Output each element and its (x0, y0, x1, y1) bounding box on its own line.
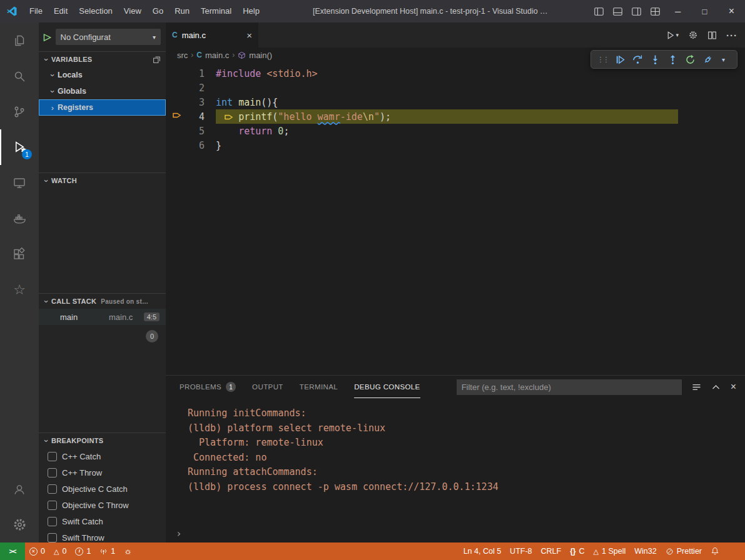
gear-button[interactable] (688, 30, 698, 40)
breakpoint-checkbox[interactable] (48, 484, 57, 494)
code-line-6: 6} (166, 138, 745, 152)
panel-tab-debug-console[interactable]: DEBUG CONSOLE (354, 376, 420, 398)
breakpoint-swift-throw[interactable]: Swift Throw (39, 529, 166, 542)
menu-help[interactable]: Help (237, 0, 265, 22)
panel-tab-problems[interactable]: PROBLEMS1 (180, 376, 236, 398)
activity-manage-gear[interactable] (0, 507, 39, 542)
panel-tab-terminal[interactable]: TERMINAL (300, 376, 338, 398)
breakpoint-checkbox[interactable] (48, 468, 57, 478)
debug-restart-button[interactable] (682, 51, 699, 68)
activity-search[interactable] (0, 58, 39, 94)
more-actions-button[interactable]: ··· (726, 30, 737, 41)
breakpoint-swift-catch[interactable]: Swift Catch (39, 513, 166, 529)
debug-session-dropdown[interactable]: ▾ (717, 51, 734, 68)
status-eol[interactable]: CRLF (537, 542, 566, 560)
stack-frame[interactable]: mainmain.c4:5 (39, 309, 166, 325)
breakpoint-objective-c-catch[interactable]: Objective C Catch (39, 481, 166, 497)
menu-bars-button[interactable] (692, 383, 701, 391)
activity-run-and-debug[interactable]: 1 (0, 129, 39, 165)
debug-console-input[interactable] (187, 529, 732, 539)
status-remote-indicator[interactable]: >< (0, 542, 25, 560)
status-cursor-position[interactable]: Ln 4, Col 5 (459, 542, 505, 560)
run-button[interactable]: ▾ (666, 31, 679, 40)
breadcrumb-item-main[interactable]: main() (238, 51, 272, 60)
menu-view[interactable]: View (118, 0, 147, 22)
breadcrumb-item-src[interactable]: src (177, 51, 188, 60)
layout-secondary-button[interactable] (627, 0, 646, 22)
activity-source-control[interactable] (0, 94, 39, 129)
code-area[interactable]: 1#include <stdio.h>23int main(){4 printf… (166, 62, 745, 152)
breakpoint-checkbox[interactable] (48, 452, 57, 461)
console-line: Running attachCommands: (188, 465, 745, 480)
breakpoint-c-catch[interactable]: C++ Catch (39, 448, 166, 464)
call-stack-header[interactable]: › CALL STACK Paused on st… (39, 294, 166, 309)
tab-main-c[interactable]: C main.c × (166, 22, 258, 48)
layout-sidebar-button[interactable] (589, 0, 608, 22)
collapse-all-icon[interactable] (153, 56, 161, 64)
breakpoint-objective-c-throw[interactable]: Objective C Throw (39, 497, 166, 513)
layout-panel-button[interactable] (608, 0, 627, 22)
breakpoint-gutter[interactable] (166, 95, 188, 109)
chevron-up-button[interactable] (712, 384, 720, 390)
status-spell-checker[interactable]: △1 Spell (589, 542, 631, 560)
menu-run[interactable]: Run (169, 0, 195, 22)
status-platform[interactable]: Win32 (630, 542, 661, 560)
activity-explorer[interactable] (0, 22, 39, 58)
activity-accounts[interactable] (0, 471, 39, 507)
breakpoint-gutter[interactable] (166, 66, 188, 81)
menu-go[interactable]: Go (147, 0, 169, 22)
debug-step-into-button[interactable] (647, 51, 664, 68)
debug-disconnect-button[interactable] (699, 51, 716, 68)
menu-terminal[interactable]: Terminal (195, 0, 237, 22)
tab-close-icon[interactable]: × (246, 30, 252, 41)
status-errors[interactable]: ×0 (25, 542, 49, 560)
variables-header[interactable]: › VARIABLES (39, 52, 166, 67)
window-close-button[interactable]: × (718, 0, 745, 22)
menu-selection[interactable]: Selection (73, 0, 118, 22)
activity-docker[interactable] (0, 201, 39, 236)
layout-grid-button[interactable] (646, 0, 664, 22)
breakpoint-gutter[interactable] (166, 138, 188, 152)
activity-remote-explorer[interactable] (0, 165, 39, 201)
variables-item-locals[interactable]: ›Locals (39, 67, 166, 83)
status-warnings[interactable]: △0 (49, 542, 71, 560)
console-filter-input[interactable] (457, 379, 682, 395)
menu-edit[interactable]: Edit (48, 0, 73, 22)
menu-file[interactable]: File (24, 0, 48, 22)
watch-header[interactable]: › WATCH (39, 173, 166, 188)
maximize-button[interactable]: □ (691, 0, 718, 22)
status-infos[interactable]: i1 (71, 542, 95, 560)
debug-step-over-button[interactable] (629, 51, 646, 68)
breakpoint-checkbox[interactable] (48, 517, 57, 526)
status-notifications[interactable] (706, 542, 724, 560)
breakpoint-gutter[interactable] (166, 124, 188, 138)
variables-item-globals[interactable]: ›Globals (39, 83, 166, 99)
variables-tree: ›Locals›Globals›Registers (39, 67, 166, 116)
breakpoints-header[interactable]: › BREAKPOINTS (39, 433, 166, 448)
debug-config-select[interactable]: No Configurat ▾ (56, 29, 161, 45)
status-debug-status[interactable] (119, 542, 136, 560)
breakpoint-gutter[interactable] (166, 109, 188, 124)
split-editor-button[interactable] (707, 31, 717, 40)
start-debugging-icon[interactable]: ▷ (44, 31, 51, 42)
debug-toolbar: ⋮⋮▾ (590, 50, 737, 69)
variables-item-registers[interactable]: ›Registers (39, 99, 166, 116)
debug-step-out-button[interactable] (664, 51, 681, 68)
panel-close-button[interactable]: × (731, 381, 736, 392)
breakpoint-c-throw[interactable]: C++ Throw (39, 464, 166, 481)
breakpoint-checkbox[interactable] (48, 501, 57, 510)
minimize-button[interactable]: ─ (664, 0, 691, 22)
activity-star-extension[interactable]: ☆ (0, 272, 39, 308)
debug-console-output[interactable]: Running initCommands:(lldb) platform sel… (166, 398, 745, 494)
status-prettier[interactable]: Prettier (661, 542, 706, 560)
chevron-icon: › (42, 54, 51, 64)
panel-tab-output[interactable]: OUTPUT (252, 376, 283, 398)
status-encoding[interactable]: UTF-8 (505, 542, 536, 560)
breadcrumb-item-main-c[interactable]: Cmain.c (196, 51, 229, 60)
status-ports[interactable]: 1 (95, 542, 119, 560)
breakpoint-gutter[interactable] (166, 81, 188, 95)
breakpoint-checkbox[interactable] (48, 533, 57, 542)
status-language-mode[interactable]: {}C (565, 542, 589, 560)
debug-continue-button[interactable] (612, 51, 629, 68)
activity-extensions[interactable] (0, 236, 39, 272)
